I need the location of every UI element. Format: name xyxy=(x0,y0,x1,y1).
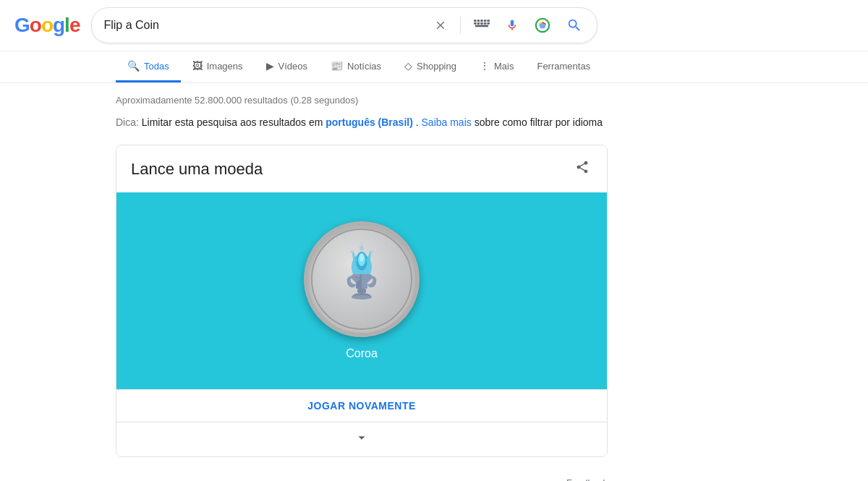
header: Google xyxy=(0,0,868,51)
tip-line: Dica: Limitar esta pesquisa aos resultad… xyxy=(116,114,752,130)
tab-mais-label: Mais xyxy=(494,61,514,72)
svg-rect-6 xyxy=(477,22,480,25)
lens-icon xyxy=(535,17,550,33)
tab-todas-label: Todas xyxy=(144,61,169,72)
tab-imagens-label: Imagens xyxy=(207,61,243,72)
tab-imagens[interactable]: 🖼 Imagens xyxy=(181,51,255,82)
coin-display-area[interactable]: Coroa xyxy=(116,192,607,389)
clear-button[interactable] xyxy=(431,16,450,35)
tab-ferramentas-label: Ferramentas xyxy=(537,61,590,72)
search-icon xyxy=(566,17,582,33)
results-count: Aproximadamente 52.800.000 resultados (0… xyxy=(116,95,752,106)
main-content: Aproximadamente 52.800.000 resultados (0… xyxy=(0,83,868,481)
tab-mais[interactable]: ⋮ Mais xyxy=(468,51,525,82)
tab-videos-label: Vídeos xyxy=(278,61,307,72)
svg-rect-9 xyxy=(488,22,490,25)
tip-language-link[interactable]: português (Brasil) xyxy=(326,116,413,128)
search-divider xyxy=(460,17,461,34)
lens-button[interactable] xyxy=(532,14,553,36)
feedback-area: Feedback xyxy=(116,472,608,481)
search-input[interactable] xyxy=(103,19,422,32)
tab-shopping[interactable]: ◇ Shopping xyxy=(393,51,468,82)
tab-noticias-label: Notícias xyxy=(347,61,381,72)
coin-result-label: Coroa xyxy=(346,347,378,360)
search-icons xyxy=(431,14,585,37)
tab-videos[interactable]: ▶ Vídeos xyxy=(255,51,319,82)
coin-card-title: Lance uma moeda xyxy=(131,160,263,179)
search-button[interactable] xyxy=(563,14,585,36)
videos-tab-icon: ▶ xyxy=(266,60,274,72)
voice-search-button[interactable] xyxy=(503,14,522,37)
svg-rect-3 xyxy=(484,20,487,22)
share-icon xyxy=(575,160,590,174)
svg-rect-4 xyxy=(488,20,490,22)
google-logo: Google xyxy=(14,14,80,37)
tip-text-after: . xyxy=(416,116,422,128)
keyboard-button[interactable] xyxy=(471,17,493,34)
coin-card-expand xyxy=(116,422,607,456)
search-tab-icon: 🔍 xyxy=(127,60,140,72)
images-tab-icon: 🖼 xyxy=(192,60,203,72)
coin-card-header: Lance uma moeda xyxy=(116,145,607,192)
svg-rect-8 xyxy=(484,22,487,25)
tip-label: Dica: xyxy=(116,116,139,128)
tab-todas[interactable]: 🔍 Todas xyxy=(116,51,181,82)
share-button[interactable] xyxy=(572,157,592,181)
svg-rect-1 xyxy=(477,20,480,22)
svg-rect-7 xyxy=(481,22,484,25)
svg-rect-2 xyxy=(481,20,484,22)
coin-visual xyxy=(304,221,420,337)
tab-shopping-label: Shopping xyxy=(417,61,456,72)
coin-inner xyxy=(311,229,412,330)
tab-noticias[interactable]: 📰 Notícias xyxy=(319,51,393,82)
chevron-down-icon xyxy=(354,430,370,446)
svg-rect-5 xyxy=(474,22,477,25)
nav-tabs: 🔍 Todas 🖼 Imagens ▶ Vídeos 📰 Notícias ◇ … xyxy=(0,51,868,83)
feedback-link[interactable]: Feedback xyxy=(566,477,608,481)
svg-point-19 xyxy=(359,253,364,262)
coin-flip-widget: Lance uma moeda xyxy=(116,145,608,457)
svg-rect-0 xyxy=(474,20,477,22)
tip-text-before: Limitar esta pesquisa aos resultados em xyxy=(142,116,326,128)
expand-button[interactable] xyxy=(354,430,370,449)
close-icon xyxy=(434,19,447,32)
microphone-icon xyxy=(506,17,519,34)
play-again-button[interactable]: JOGAR NOVAMENTE xyxy=(307,400,416,412)
coin-card-footer: JOGAR NOVAMENTE xyxy=(116,389,607,422)
tip-saiba-link[interactable]: Saiba mais xyxy=(422,116,472,128)
svg-rect-20 xyxy=(357,289,366,293)
keyboard-icon xyxy=(474,20,490,31)
tip-text-end: sobre como filtrar por idioma xyxy=(475,116,603,128)
shopping-tab-icon: ◇ xyxy=(404,60,412,72)
mais-tab-icon: ⋮ xyxy=(480,60,490,72)
coin-design-svg xyxy=(326,239,398,319)
noticias-tab-icon: 📰 xyxy=(331,60,343,72)
search-bar xyxy=(91,7,597,43)
svg-rect-10 xyxy=(475,25,488,27)
tab-ferramentas[interactable]: Ferramentas xyxy=(525,52,602,82)
svg-point-21 xyxy=(352,295,372,299)
